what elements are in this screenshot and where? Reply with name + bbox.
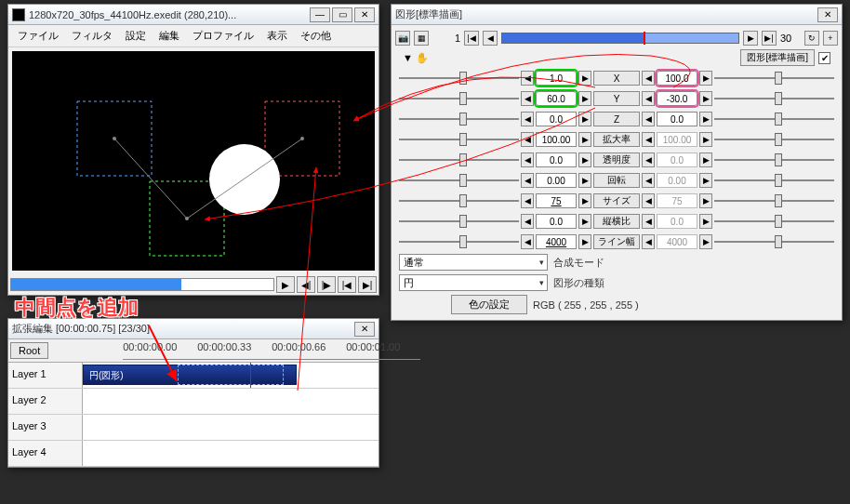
close-button[interactable]: ✕: [354, 7, 375, 22]
expand-icon[interactable]: ▼ ✋: [403, 52, 429, 64]
value-left[interactable]: 0.0: [536, 112, 577, 126]
value-left[interactable]: 75: [536, 193, 577, 208]
dec-left-button[interactable]: ◀: [521, 71, 534, 86]
value-left[interactable]: 100.00: [536, 132, 577, 147]
props-close-button[interactable]: ✕: [817, 7, 838, 22]
dec-right-button[interactable]: ◀: [642, 214, 655, 229]
time-ruler[interactable]: 00:00:00.00 00:00:00.33 00:00:00.66 00:0…: [123, 341, 420, 360]
value-left[interactable]: 0.00: [536, 173, 577, 188]
slider-left[interactable]: [399, 234, 519, 249]
slider-right[interactable]: [714, 153, 834, 167]
slider-left[interactable]: [399, 214, 519, 229]
slider-right[interactable]: [714, 234, 834, 249]
dec-right-button[interactable]: ◀: [642, 153, 655, 167]
inc-right-button[interactable]: ▶: [699, 132, 712, 147]
value-right[interactable]: 100.00: [657, 132, 697, 147]
props-titlebar[interactable]: 図形[標準描画] ✕: [392, 5, 842, 25]
dec-left-button[interactable]: ◀: [521, 132, 534, 147]
dec-right-button[interactable]: ◀: [642, 193, 655, 208]
inc-right-button[interactable]: ▶: [699, 112, 712, 126]
param-label[interactable]: 透明度: [593, 153, 640, 167]
value-right[interactable]: -30.0: [657, 91, 697, 106]
blend-combo[interactable]: 通常: [399, 254, 548, 271]
menu-other[interactable]: その他: [295, 27, 337, 45]
value-right[interactable]: 4000: [657, 234, 697, 249]
inc-left-button[interactable]: ▶: [578, 193, 591, 208]
value-left[interactable]: 60.0: [536, 91, 577, 106]
skip-end-button[interactable]: ▶|: [358, 276, 377, 293]
inc-right-button[interactable]: ▶: [699, 153, 712, 167]
inc-right-button[interactable]: ▶: [699, 173, 712, 188]
layer-label[interactable]: Layer 2: [8, 389, 83, 414]
slider-right[interactable]: [714, 91, 834, 106]
inc-left-button[interactable]: ▶: [578, 173, 591, 188]
slider-right[interactable]: [714, 214, 834, 229]
slider-left[interactable]: [399, 91, 519, 106]
type-button[interactable]: 図形[標準描画]: [740, 49, 815, 66]
layer-track-1[interactable]: 円(図形): [83, 363, 379, 388]
dec-left-button[interactable]: ◀: [521, 91, 534, 106]
progress-bar[interactable]: [10, 278, 274, 291]
value-right[interactable]: 0.0: [657, 112, 697, 126]
value-right[interactable]: 0.0: [657, 214, 697, 229]
inc-left-button[interactable]: ▶: [578, 234, 591, 249]
param-label[interactable]: 縦横比: [593, 214, 640, 229]
dec-right-button[interactable]: ◀: [642, 71, 655, 86]
slider-left[interactable]: [399, 132, 519, 147]
dec-left-button[interactable]: ◀: [521, 193, 534, 208]
slider-left[interactable]: [399, 153, 519, 167]
play-button[interactable]: ▶: [276, 276, 295, 293]
enable-checkbox[interactable]: ✔: [818, 52, 830, 64]
layer-label[interactable]: Layer 1: [8, 363, 83, 388]
inc-left-button[interactable]: ▶: [578, 91, 591, 106]
inc-left-button[interactable]: ▶: [578, 71, 591, 86]
step-back-button[interactable]: ◀|: [297, 276, 315, 293]
dec-left-button[interactable]: ◀: [521, 153, 534, 167]
slider-left[interactable]: [399, 112, 519, 126]
value-right[interactable]: 0.00: [657, 173, 697, 188]
preview-canvas[interactable]: [12, 51, 375, 271]
value-left[interactable]: 1.0: [536, 71, 577, 86]
slider-right[interactable]: [714, 132, 834, 147]
value-right[interactable]: 0.0: [657, 153, 697, 167]
inc-left-button[interactable]: ▶: [578, 153, 591, 167]
timeline-titlebar[interactable]: 拡張編集 [00:00:00.75] [23/30] ✕: [8, 319, 379, 339]
param-label[interactable]: サイズ: [593, 193, 640, 208]
camera-icon[interactable]: 📷: [395, 31, 410, 46]
value-right[interactable]: 75: [657, 193, 697, 208]
color-button[interactable]: 色の設定: [451, 295, 527, 314]
dec-left-button[interactable]: ◀: [521, 214, 534, 229]
param-label[interactable]: X: [593, 71, 640, 86]
dec-right-button[interactable]: ◀: [642, 173, 655, 188]
dec-right-button[interactable]: ◀: [642, 91, 655, 106]
param-label[interactable]: Y: [593, 91, 640, 106]
slider-right[interactable]: [714, 173, 834, 188]
layer-label[interactable]: Layer 3: [8, 415, 83, 440]
step-fwd-button[interactable]: |▶: [317, 276, 336, 293]
root-button[interactable]: Root: [10, 342, 48, 359]
value-left[interactable]: 0.0: [536, 214, 577, 229]
refresh-button[interactable]: ↻: [804, 31, 819, 46]
layer-label[interactable]: Layer 4: [8, 441, 83, 466]
menu-view[interactable]: 表示: [261, 27, 293, 45]
frame-bar[interactable]: [501, 33, 739, 44]
inc-left-button[interactable]: ▶: [578, 112, 591, 126]
preview-titlebar[interactable]: 1280x720_30fps_44100Hz.exedit (280,210).…: [8, 5, 379, 25]
value-left[interactable]: 0.0: [536, 153, 577, 167]
frame-prev-button[interactable]: ◀: [483, 31, 498, 46]
layer-track-2[interactable]: [83, 389, 379, 414]
slider-left[interactable]: [399, 173, 519, 188]
layer-track-3[interactable]: [83, 415, 379, 440]
param-label[interactable]: 回転: [593, 173, 640, 188]
timeline-close-button[interactable]: ✕: [354, 322, 375, 337]
minimize-button[interactable]: —: [310, 7, 330, 22]
add-button[interactable]: +: [823, 31, 838, 46]
maximize-button[interactable]: ▭: [332, 7, 352, 22]
menu-profile[interactable]: プロファイル: [187, 27, 259, 45]
slider-right[interactable]: [714, 71, 834, 86]
menu-file[interactable]: ファイル: [12, 27, 64, 45]
menu-settings[interactable]: 設定: [120, 27, 152, 45]
inc-left-button[interactable]: ▶: [578, 132, 591, 147]
dec-right-button[interactable]: ◀: [642, 234, 655, 249]
shape-combo[interactable]: 円: [399, 274, 548, 291]
